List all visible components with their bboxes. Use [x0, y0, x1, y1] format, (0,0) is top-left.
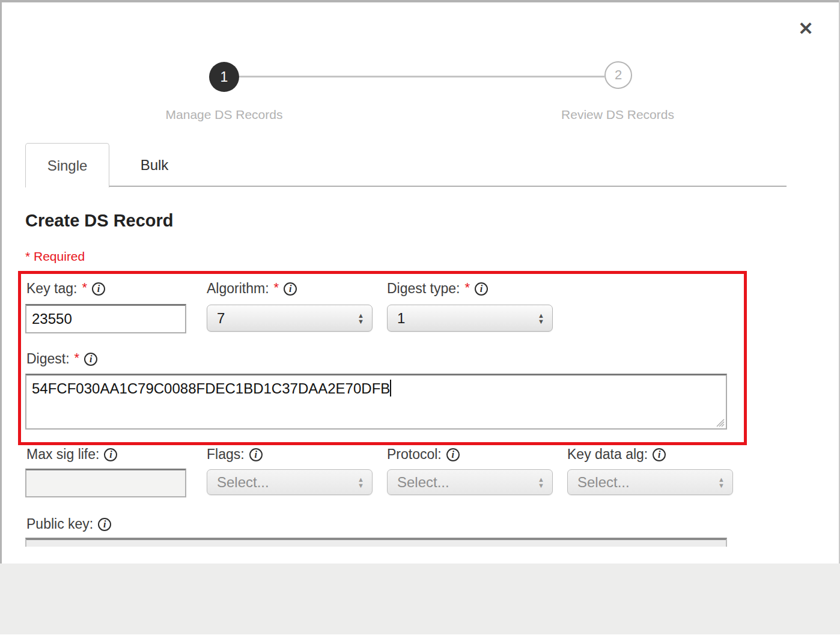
flags-select-value: Select...	[217, 474, 269, 491]
tab-bar-underline	[25, 186, 787, 187]
required-note: * Required	[25, 249, 85, 264]
step-2-circle: 2	[604, 61, 632, 89]
public-key-label: Public key: i	[26, 516, 111, 532]
public-key-textarea[interactable]	[25, 538, 727, 547]
protocol-label-text: Protocol:	[387, 446, 442, 463]
algorithm-label-text: Algorithm:	[207, 281, 269, 297]
step-1-circle: 1	[209, 62, 239, 92]
stepper-connector-line	[239, 76, 604, 77]
key-data-alg-label: Key data alg: i	[567, 446, 666, 463]
arrow-up-icon: ▲	[538, 476, 544, 482]
digest-type-required-marker: *	[464, 280, 470, 296]
max-sig-life-label: Max sig life: i	[26, 446, 117, 463]
create-ds-record-modal: ✕ 1 2 Manage DS Records Review DS Record…	[0, 0, 840, 638]
close-button[interactable]: ✕	[793, 16, 818, 41]
protocol-select[interactable]: Select... ▲ ▼	[387, 469, 553, 495]
key-tag-input[interactable]	[25, 304, 186, 333]
tab-bulk[interactable]: Bulk	[109, 144, 199, 186]
algorithm-select-value: 7	[217, 310, 225, 327]
digest-type-label: Digest type: * i	[387, 281, 488, 297]
arrow-down-icon: ▼	[538, 482, 544, 488]
key-tag-required-marker: *	[82, 280, 87, 296]
info-icon[interactable]: i	[98, 518, 111, 531]
key-data-alg-label-text: Key data alg:	[567, 446, 648, 463]
tab-single[interactable]: Single	[25, 143, 109, 187]
flags-label-text: Flags:	[207, 446, 245, 463]
page-title: Create DS Record	[25, 211, 174, 231]
step-2-label: Review DS Records	[522, 108, 714, 122]
footer-bar	[0, 564, 840, 634]
algorithm-label: Algorithm: * i	[207, 281, 297, 297]
info-icon[interactable]: i	[446, 448, 460, 461]
digest-textarea-value: 54FCF030AA1C79C0088FDEC1BD1C37DAA2E70DFB	[32, 380, 390, 396]
arrow-down-icon: ▼	[538, 318, 544, 324]
protocol-label: Protocol: i	[387, 446, 460, 463]
algorithm-required-marker: *	[274, 280, 279, 296]
public-key-label-text: Public key:	[26, 516, 93, 532]
step-2-number: 2	[615, 67, 622, 83]
info-icon[interactable]: i	[84, 353, 97, 366]
select-arrows-icon: ▲ ▼	[358, 312, 364, 324]
digest-required-marker: *	[75, 350, 80, 366]
modal-left-border	[0, 0, 2, 564]
close-icon: ✕	[798, 18, 813, 39]
digest-type-select-value: 1	[397, 310, 405, 327]
key-tag-label: Key tag: * i	[26, 281, 105, 297]
info-icon[interactable]: i	[104, 448, 117, 461]
arrow-up-icon: ▲	[538, 312, 544, 318]
max-sig-life-label-text: Max sig life:	[26, 446, 99, 463]
info-icon[interactable]: i	[653, 448, 666, 461]
step-1-label: Manage DS Records	[128, 108, 320, 122]
select-arrows-icon: ▲ ▼	[538, 476, 544, 488]
protocol-select-value: Select...	[397, 474, 449, 491]
digest-label-text: Digest:	[26, 351, 70, 367]
text-caret	[390, 380, 391, 396]
digest-type-label-text: Digest type:	[387, 281, 460, 297]
key-data-alg-select[interactable]: Select... ▲ ▼	[567, 469, 733, 495]
resize-grip-icon[interactable]	[715, 418, 725, 427]
algorithm-select[interactable]: 7 ▲ ▼	[207, 305, 373, 332]
arrow-up-icon: ▲	[358, 476, 364, 482]
info-icon[interactable]: i	[249, 448, 263, 461]
arrow-up-icon: ▲	[358, 312, 364, 318]
max-sig-life-input[interactable]	[25, 469, 186, 497]
flags-label: Flags: i	[207, 446, 263, 463]
key-data-alg-select-value: Select...	[577, 474, 630, 491]
key-tag-label-text: Key tag:	[26, 281, 77, 297]
step-1-number: 1	[221, 69, 228, 85]
arrow-down-icon: ▼	[718, 482, 725, 488]
tab-bulk-label: Bulk	[141, 157, 169, 174]
tab-single-label: Single	[47, 157, 88, 174]
info-icon[interactable]: i	[284, 282, 297, 296]
arrow-down-icon: ▼	[358, 482, 364, 488]
arrow-down-icon: ▼	[358, 318, 364, 324]
select-arrows-icon: ▲ ▼	[358, 476, 364, 488]
info-icon[interactable]: i	[475, 282, 488, 296]
modal-top-border	[0, 0, 840, 2]
digest-type-select[interactable]: 1 ▲ ▼	[387, 305, 553, 332]
flags-select[interactable]: Select... ▲ ▼	[207, 469, 373, 495]
select-arrows-icon: ▲ ▼	[718, 476, 725, 488]
digest-label: Digest: * i	[26, 351, 97, 367]
select-arrows-icon: ▲ ▼	[538, 312, 544, 324]
arrow-up-icon: ▲	[718, 476, 725, 482]
digest-textarea[interactable]: 54FCF030AA1C79C0088FDEC1BD1C37DAA2E70DFB	[25, 374, 727, 430]
info-icon[interactable]: i	[92, 282, 105, 296]
